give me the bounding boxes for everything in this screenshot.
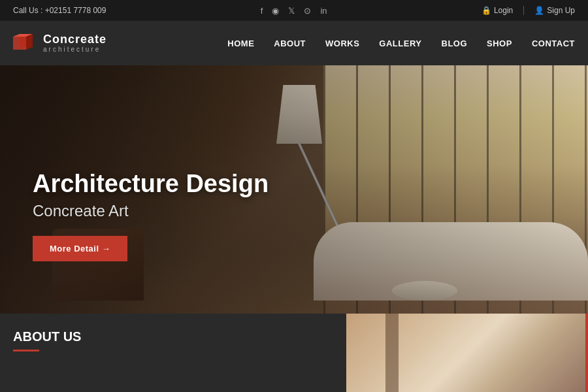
nav-about[interactable]: ABOUT [274,36,306,51]
auth-divider [523,6,524,15]
logo-text: Concreate architecture [43,33,106,54]
signup-link[interactable]: 👤 Sign Up [534,6,575,15]
hero-content: Architecture Design Concreate Art More D… [33,170,269,261]
svg-marker-4 [26,34,33,50]
nav-home[interactable]: HOME [227,36,254,51]
login-link[interactable]: 🔒 Login [482,6,513,15]
linkedin-icon[interactable]: in [320,6,327,16]
header: Concreate architecture HOME ABOUT WORKS … [0,21,588,65]
logo-sub: architecture [43,46,106,53]
facebook-icon[interactable]: f [261,6,263,16]
nav-contact[interactable]: CONTACT [532,36,575,51]
auth-links: 🔒 Login 👤 Sign Up [482,6,575,15]
main-nav: HOME ABOUT WORKS GALLERY BLOG SHOP CONTA… [227,36,575,51]
nav-blog[interactable]: BLOG [442,36,468,51]
about-accent-border [585,314,588,392]
twitter-icon[interactable]: 𝕏 [288,6,295,16]
nav-gallery[interactable]: GALLERY [379,36,421,51]
hero-title: Architecture Design [33,170,269,198]
logo[interactable]: Concreate architecture [13,31,106,55]
column [385,314,399,392]
user-icon: 👤 [534,6,544,15]
login-label: Login [494,6,513,15]
phone-number: Call Us : +02151 7778 009 [13,6,106,15]
logo-icon [13,31,37,55]
nav-shop[interactable]: SHOP [487,36,512,51]
about-section: ABOUT US [0,314,588,392]
hero-subtitle: Concreate Art [33,202,269,220]
about-image [346,314,588,392]
hero-section: Architecture Design Concreate Art More D… [0,65,588,314]
top-bar: Call Us : +02151 7778 009 f ◉ 𝕏 ⊙ in 🔒 L… [0,0,588,21]
nav-works[interactable]: WORKS [325,36,359,51]
logo-name: Concreate [43,33,106,46]
about-underline [13,350,39,351]
instagram-icon[interactable]: ⊙ [304,6,311,16]
dribbble-icon[interactable]: ◉ [272,6,279,16]
about-photo-bg [346,314,588,392]
signup-label: Sign Up [547,6,575,15]
lock-icon: 🔒 [482,6,491,15]
more-detail-button[interactable]: More Detail → [33,236,127,261]
social-links: f ◉ 𝕏 ⊙ in [261,6,327,16]
